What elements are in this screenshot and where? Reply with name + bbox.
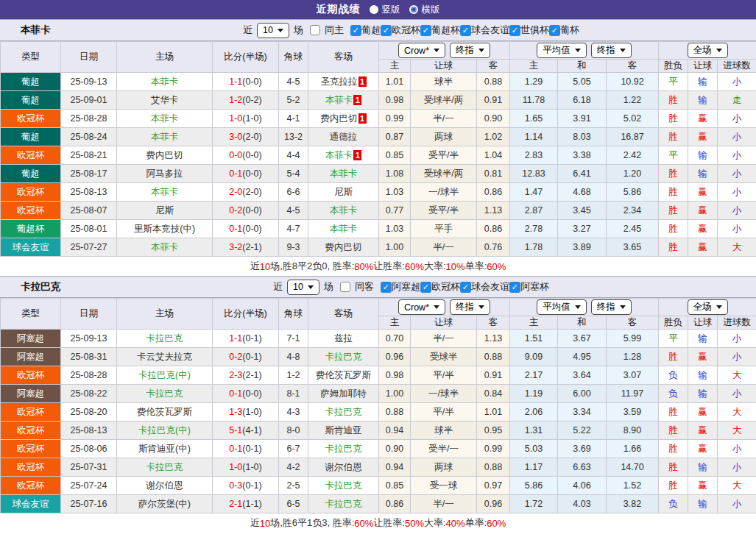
handicap-result: 赢 (688, 183, 718, 202)
average-select[interactable]: 平均值 (537, 43, 587, 58)
summary-segment: 大率: (424, 516, 446, 530)
checked-checkbox-icon: ✓ (549, 25, 560, 36)
avg-away: 1.28 (607, 348, 659, 366)
league-filter-group: ✓阿塞超✓欧冠杯✓球会友谊✓阿塞杯 (381, 280, 549, 294)
match-date: 25-08-06 (61, 440, 117, 458)
league-filter-item[interactable]: ✓世俱杯 (509, 24, 549, 37)
league-filter-item[interactable]: ✓球会友谊 (460, 280, 509, 294)
corners: 4-5 (279, 73, 308, 91)
league-filter-item[interactable]: ✓欧冠杯 (381, 24, 420, 37)
home-odds: 1.03 (379, 183, 411, 202)
halftime-score: (2-1) (242, 242, 261, 252)
score: 0-2(0-1) (213, 348, 279, 366)
away-team: 费内巴切1 (308, 110, 379, 128)
avg-final-select[interactable]: 终指 (591, 43, 632, 58)
avg-home: 2.17 (510, 366, 558, 385)
near-label: 近 (243, 24, 252, 37)
league-filter-label: 球会友谊 (471, 24, 509, 37)
home-odds: 1.08 (379, 165, 411, 183)
avg-home: 1.14 (510, 128, 558, 146)
handicap: 受平/半 (411, 146, 477, 165)
handicap: 半/一 (411, 110, 477, 128)
fulltime-score: 1-1 (229, 333, 242, 344)
away-team-name: 卡拉巴克 (325, 352, 362, 362)
corners: 8-1 (279, 385, 308, 403)
league-filter-item[interactable]: ✓葡杯 (549, 24, 579, 37)
avg-home: 5.03 (510, 440, 558, 458)
match-date: 25-08-20 (61, 403, 117, 422)
subcol-goals: 进球数 (718, 316, 756, 330)
away-team-name: 斯肯迪亚 (325, 425, 362, 435)
match-date: 25-08-01 (61, 220, 117, 238)
home-odds: 0.85 (379, 146, 411, 165)
same-venue-checkbox[interactable] (310, 25, 320, 35)
subcol-result: 胜负 (659, 60, 688, 73)
avg-away: 1.52 (607, 477, 659, 495)
league-filter-item[interactable]: ✓葡超 (350, 24, 381, 37)
odds-source-select[interactable]: Crow* (398, 299, 445, 315)
league-badge: 欧冠杯 (1, 183, 61, 202)
avg-draw: 6.41 (558, 165, 607, 183)
away-team: 费内巴切 (308, 238, 379, 257)
league-filter-item[interactable]: ✓球会友谊 (460, 24, 509, 37)
odds-source-select[interactable]: Crow* (398, 43, 445, 58)
league-filter-item[interactable]: ✓阿塞杯 (509, 280, 549, 294)
filter-bar: 卡拉巴克 近 10 场 同客 ✓阿塞超✓欧冠杯✓球会友谊✓阿塞杯 (0, 276, 756, 298)
fulltime-score: 2-0 (229, 187, 242, 197)
result: 胜 (659, 202, 688, 220)
league-badge: 葡超 (1, 128, 61, 146)
home-team-name: 费伦茨瓦罗斯 (137, 407, 192, 417)
scope-select[interactable]: 全场 (688, 299, 728, 315)
halftime-score: (1-0) (242, 462, 261, 472)
odds-final-select[interactable]: 终指 (450, 299, 490, 315)
summary-segment: 80% (354, 261, 373, 272)
subcol-home-odds: 主 (379, 316, 411, 330)
fulltime-score: 2-3 (229, 370, 242, 380)
checked-checkbox-icon: ✓ (420, 282, 431, 293)
scope-select[interactable]: 全场 (688, 43, 728, 58)
same-venue-checkbox[interactable] (340, 282, 350, 292)
home-odds: 0.85 (379, 477, 411, 495)
league-filter-label: 欧冠杯 (392, 24, 420, 37)
goals-result: 大 (718, 477, 756, 495)
away-odds: 0.91 (477, 366, 510, 385)
result: 胜 (659, 422, 688, 440)
odds-final-select[interactable]: 终指 (450, 43, 490, 58)
layout-radio-vertical[interactable]: 竖版 (370, 4, 400, 16)
average-select[interactable]: 平均值 (537, 299, 587, 315)
match-row: 葡超杯25-08-01里斯本竞技(中)0-1(0-0)4-7本菲卡1.03平手0… (1, 220, 756, 238)
results-tbody: 阿塞超25-09-13卡拉巴克1-1(0-1)7-1兹拉0.70半/一1.131… (1, 330, 756, 513)
halftime-score: (0-1) (242, 333, 261, 344)
league-filter-item[interactable]: ✓葡超杯 (420, 24, 460, 37)
league-filter-item[interactable]: ✓阿塞超 (381, 280, 420, 294)
handicap: 半/一 (411, 238, 477, 257)
league-badge: 欧冠杯 (1, 440, 61, 458)
avg-away: 2.45 (607, 220, 659, 238)
col-home: 主场 (117, 42, 213, 73)
radio-unselected-icon (409, 5, 418, 14)
summary-segment: 近 (250, 260, 260, 273)
subcol-avg-draw: 和 (558, 60, 607, 73)
layout-radio-horizontal[interactable]: 横版 (409, 4, 440, 16)
match-count-select[interactable]: 10 (257, 23, 289, 38)
away-team: 尼斯 (308, 183, 379, 202)
subcol-avg-home: 主 (510, 316, 558, 330)
avg-draw: 3.38 (558, 146, 607, 165)
away-team: 卡拉巴克 (308, 403, 379, 422)
match-count-select[interactable]: 10 (287, 280, 319, 295)
goals-result: 小 (718, 165, 756, 183)
match-row: 欧冠杯25-08-21费内巴切0-0(0-0)4-4本菲卡10.85受平/半1.… (1, 146, 756, 165)
handicap-result: 赢 (688, 128, 718, 146)
goals-result: 大 (718, 403, 756, 422)
result: 胜 (659, 403, 688, 422)
avg-final-select[interactable]: 终指 (591, 299, 632, 315)
match-row: 欧冠杯25-08-20费伦茨瓦罗斯1-3(1-0)4-3卡拉巴克0.88平/半1… (1, 403, 756, 422)
result: 胜 (659, 220, 688, 238)
chevron-down-icon (478, 49, 484, 52)
league-filter-group: ✓葡超✓欧冠杯✓葡超杯✓球会友谊✓世俱杯✓葡杯 (350, 24, 579, 37)
avg-home: 2.06 (510, 403, 558, 422)
summary-segment: 10% (446, 261, 465, 272)
col-type: 类型 (1, 42, 61, 73)
avg-home: 11.78 (510, 91, 558, 110)
league-filter-item[interactable]: ✓欧冠杯 (420, 280, 460, 294)
